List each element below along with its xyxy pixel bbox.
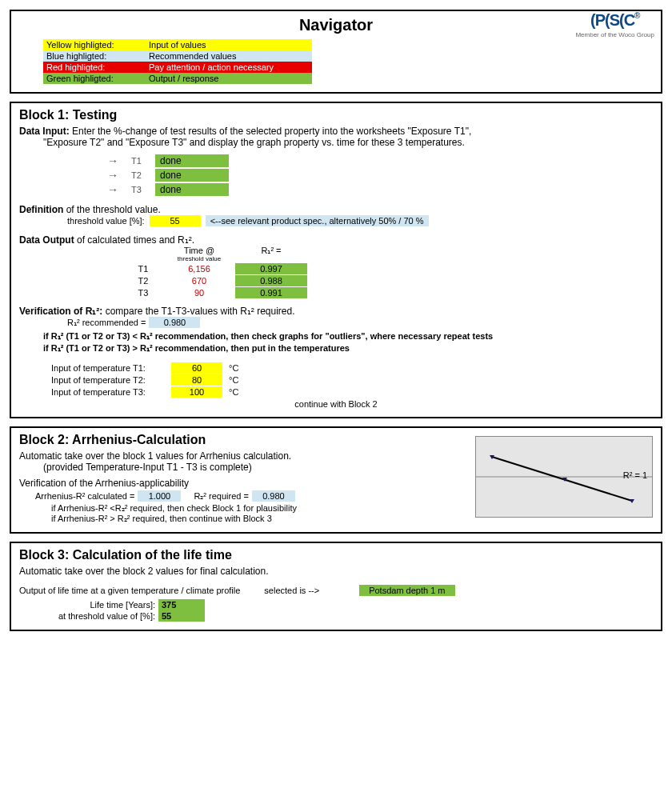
arrhenius-values: Arrhenius-R² calculated = 1.000 R₂² requ… <box>35 490 466 502</box>
life-label: Life time [Years]: <box>43 600 158 610</box>
arr-req-label: R₂² required = <box>194 491 249 502</box>
output-table: Time @ threshold value R₁² = T1 6,156 0.… <box>123 246 653 298</box>
temp-input-t1: Input of temperature T1: 60 °C <box>51 362 653 374</box>
table-t2-time: 670 <box>163 276 235 286</box>
block3-title: Block 3: Calculation of the life time <box>19 548 653 562</box>
table-t1: T1 <box>123 264 163 274</box>
block1: Block 1: Testing Data Input: Enter the %… <box>10 102 662 418</box>
table-t3-time: 90 <box>163 288 235 298</box>
block3: Block 3: Calculation of the life time Au… <box>10 542 662 631</box>
threshold-row: threshold value [%]: 55 <--see relevant … <box>67 215 653 226</box>
definition-label: Definition <box>19 204 63 215</box>
legend-green-desc: Output / response <box>146 73 312 84</box>
psc-logo: (P(S(C® Member of the Woco Group <box>575 11 654 38</box>
legend-red-desc: Pay attention / action necessary <box>146 62 312 73</box>
arrow-icon: → <box>107 154 131 167</box>
t3-label: T3 <box>131 185 155 194</box>
r-rec-label: R₁² recommended = <box>67 318 146 328</box>
table-t1-time: 6,156 <box>163 264 235 274</box>
arr-req-val: 0.980 <box>252 490 295 502</box>
chart-r2-label: R² = 1 <box>623 470 647 480</box>
svg-marker-4 <box>630 499 634 503</box>
block2-verif: Verification of the Arrhenius-applicabil… <box>19 478 466 489</box>
svg-line-1 <box>492 457 632 501</box>
t2-status: done <box>155 169 229 182</box>
definition-rest: of the threshold value. <box>63 204 160 215</box>
legend-yellow-desc: Input of values <box>146 39 312 50</box>
block2-line1: Automatic take over the block 1 values f… <box>19 450 466 462</box>
definition-line: Definition of the threshold value. <box>19 204 653 215</box>
arrhenius-chart: R² = 1 <box>475 436 653 518</box>
table-t1-r: 0.997 <box>235 263 307 274</box>
temp-input-t2: Input of temperature T2: 80 °C <box>51 374 653 386</box>
block3-selected-label: selected is --> <box>264 586 319 595</box>
legend-blue-desc: Recommended values <box>146 50 312 62</box>
r-recommended-row: R₁² recommended = 0.980 <box>67 317 653 328</box>
block1-title: Block 1: Testing <box>19 108 653 122</box>
t3-status: done <box>155 183 229 196</box>
threshold-hint: <--see relevant product spec., alternati… <box>206 215 429 226</box>
page-title: Navigator <box>19 16 653 34</box>
threshold-value-input[interactable]: 55 <box>150 215 201 226</box>
arr-calc-label: Arrhenius-R² calculated = <box>35 491 134 501</box>
temp-input-t3: Input of temperature T3: 100 °C <box>51 386 653 398</box>
temp-t3-label: Input of temperature T3: <box>51 387 171 397</box>
rule2: if R₁² (T1 or T2 or T3) > R₁² recommenda… <box>43 343 653 354</box>
legend-yellow-label: Yellow highligted: <box>43 39 146 50</box>
temp-t2-label: Input of temperature T2: <box>51 375 171 385</box>
temp-t1-input[interactable]: 60 <box>171 362 222 374</box>
block2: Block 2: Arrhenius-Calculation Automatic… <box>10 426 662 534</box>
temp-t2-unit: °C <box>229 375 238 385</box>
block1-data-input: Data Input: Enter the %-change of test r… <box>19 126 653 137</box>
legend: Yellow highligted: Input of values Blue … <box>43 39 315 84</box>
verif-label: Verification of R₁²: <box>19 306 102 317</box>
data-output-label: Data Output <box>19 234 74 246</box>
navigator-header: Navigator (P(S(C® Member of the Woco Gro… <box>10 10 662 94</box>
block2-rule1: if Arrhenius-R² <R₂² required, then chec… <box>51 503 466 514</box>
threshold-label: threshold value [%]: <box>67 216 145 226</box>
table-t2-r: 0.988 <box>235 275 307 286</box>
temp-t2-input[interactable]: 80 <box>171 374 222 386</box>
temp-t1-unit: °C <box>229 363 238 373</box>
table-t3: T3 <box>123 288 163 298</box>
data-input-label: Data Input: <box>19 126 70 137</box>
t1-label: T1 <box>131 156 155 166</box>
time-header: Time @ threshold value <box>163 246 235 262</box>
arr-calc-val: 1.000 <box>138 490 181 502</box>
temp-t3-unit: °C <box>229 387 238 397</box>
data-input-text2: "Exposure T2" and "Exposure T3" and disp… <box>43 137 653 148</box>
table-t2: T2 <box>123 276 163 286</box>
life-threshold-row: at threshold value of [%]: 55 <box>43 610 653 622</box>
block3-out-label: Output of life time at a given temperatu… <box>19 586 240 595</box>
legend-red-label: Red highligted: <box>43 62 146 73</box>
block3-output-row: Output of life time at a given temperatu… <box>19 585 653 596</box>
temp-t1-label: Input of temperature T1: <box>51 363 171 373</box>
block3-line1: Automatic take over the block 2 values f… <box>19 566 653 577</box>
psc-logo-text: (P(S(C® <box>575 11 654 30</box>
life-thresh-val: 55 <box>158 610 205 622</box>
legend-blue-label: Blue highligted: <box>43 50 146 62</box>
block2-title: Block 2: Arrhenius-Calculation <box>19 433 466 447</box>
arrow-icon: → <box>107 183 131 196</box>
continue-block2: continue with Block 2 <box>19 399 653 409</box>
t1-status: done <box>155 154 229 167</box>
status-row-t1: → T1 done <box>107 154 653 167</box>
data-output-rest: of calculated times and R₁². <box>74 234 194 246</box>
temp-t3-input[interactable]: 100 <box>171 386 222 398</box>
psc-logo-subtitle: Member of the Woco Group <box>575 31 654 38</box>
block2-line2: (provided Temperature-Input T1 - T3 is c… <box>43 462 466 473</box>
block2-rule2: if Arrhenius-R² > R₂² required, then con… <box>51 514 466 524</box>
r-header: R₁² = <box>235 246 307 262</box>
table-t3-r: 0.991 <box>235 287 307 298</box>
data-input-text: Enter the %-change of test results of th… <box>72 126 471 137</box>
block3-selected-val: Potsdam depth 1 m <box>359 585 454 596</box>
arrow-icon: → <box>107 169 131 182</box>
life-thresh-label: at threshold value of [%]: <box>43 611 158 621</box>
life-val: 375 <box>158 599 205 610</box>
status-row-t2: → T2 done <box>107 169 653 182</box>
verification-line: Verification of R₁²: compare the T1-T3-v… <box>19 306 653 317</box>
t2-label: T2 <box>131 170 155 180</box>
rule1: if R₁² (T1 or T2 or T3) < R₁² recommenda… <box>43 331 653 342</box>
data-output-line: Data Output of calculated times and R₁². <box>19 234 653 246</box>
life-time-row: Life time [Years]: 375 <box>43 599 653 610</box>
